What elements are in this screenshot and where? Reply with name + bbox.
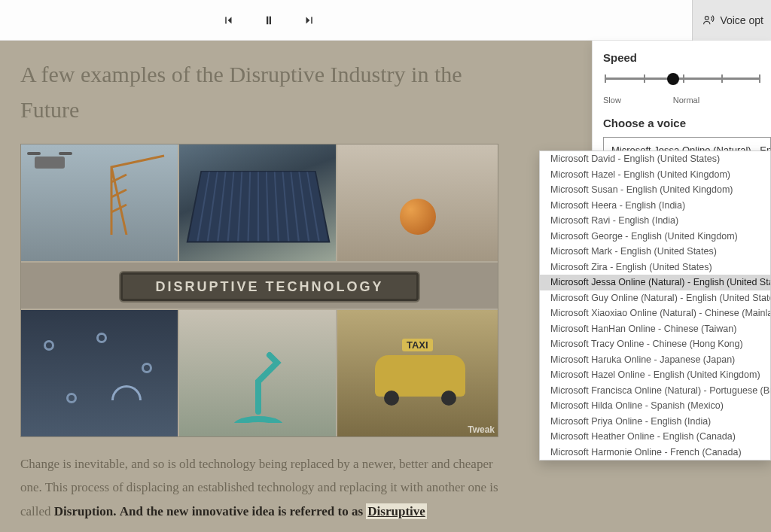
voice-option[interactable]: Microsoft Francisca Online (Natural) - P… xyxy=(540,383,770,399)
voice-option[interactable]: Microsoft Xiaoxiao Online (Natural) - Ch… xyxy=(540,306,770,321)
network-node-icon xyxy=(142,363,152,373)
taxi-sign-label: TAXI xyxy=(402,339,433,351)
person-voice-icon xyxy=(702,14,715,27)
article-paragraph: Change is inevitable, and so is old tech… xyxy=(20,452,517,523)
collage-tile-network xyxy=(21,310,179,437)
highlight-word-disruption: Disruption. xyxy=(54,504,117,518)
article-content: A few examples of the Disruptive Industr… xyxy=(20,57,517,523)
playback-controls xyxy=(218,0,319,41)
voice-options-label: Voice opt xyxy=(720,14,763,26)
reader-toolbar: Voice opt xyxy=(0,0,771,41)
choose-voice-label: Choose a voice xyxy=(603,117,771,129)
network-node-icon xyxy=(44,340,54,351)
article-heading: A few examples of the Disruptive Industr… xyxy=(20,57,517,127)
collage-tile-robot xyxy=(179,310,337,437)
svg-point-0 xyxy=(705,17,709,20)
current-reading-word: Disruptive xyxy=(366,503,427,519)
solar-panel-icon xyxy=(187,171,331,242)
voice-options-button[interactable]: Voice opt xyxy=(692,0,771,41)
voice-option[interactable]: Microsoft George - English (United Kingd… xyxy=(540,229,770,245)
voice-option[interactable]: Microsoft Jessa Online (Natural) - Engli… xyxy=(540,275,770,290)
speed-section-label: Speed xyxy=(603,51,771,64)
voice-option[interactable]: Microsoft Mark - English (United States) xyxy=(540,244,770,260)
voice-option[interactable]: Microsoft Priya Online - English (India) xyxy=(540,414,770,430)
next-button[interactable] xyxy=(300,11,319,30)
network-node-icon xyxy=(66,393,77,403)
voice-option[interactable]: Microsoft Susan - English (United Kingdo… xyxy=(540,182,770,198)
orange-sphere-icon xyxy=(400,199,436,235)
speed-slow-label: Slow xyxy=(603,96,621,105)
article-image-collage: DISRUPTIVE TECHNOLOGY TAXI Tweak xyxy=(20,144,498,437)
slider-thumb[interactable] xyxy=(667,73,679,85)
slider-tick xyxy=(605,74,606,83)
voice-option[interactable]: Microsoft Guy Online (Natural) - English… xyxy=(540,290,770,306)
voice-option[interactable]: Microsoft Hazel Online - English (United… xyxy=(540,367,770,383)
voice-option[interactable]: Microsoft Tracy Online - Chinese (Hong K… xyxy=(540,336,770,352)
voice-option[interactable]: Microsoft Heather Online - English (Cana… xyxy=(540,429,770,445)
voice-option[interactable]: Microsoft Heera - English (India) xyxy=(540,198,770,214)
voice-option[interactable]: Microsoft David - English (United States… xyxy=(540,151,770,167)
speed-scale-labels: Slow Normal xyxy=(603,96,760,105)
watermark-label: Tweak xyxy=(468,424,495,435)
slider-tick xyxy=(683,74,684,83)
collage-tile-solar xyxy=(179,144,337,261)
pause-icon xyxy=(262,14,276,27)
taxi-icon xyxy=(375,355,465,397)
collage-banner: DISRUPTIVE TECHNOLOGY xyxy=(119,271,420,302)
slider-tick xyxy=(644,74,645,83)
voice-option[interactable]: Microsoft Hazel - English (United Kingdo… xyxy=(540,167,770,183)
speed-slider[interactable] xyxy=(605,71,760,94)
collage-tile-taxi: TAXI Tweak xyxy=(337,310,498,437)
slider-tick xyxy=(721,74,723,83)
voice-option[interactable]: Microsoft HanHan Online - Chinese (Taiwa… xyxy=(540,321,770,337)
previous-button[interactable] xyxy=(218,11,238,30)
skip-next-icon xyxy=(303,14,316,27)
skip-previous-icon xyxy=(221,14,235,27)
collage-tile-construction xyxy=(21,144,179,261)
collage-tile-sphere xyxy=(337,144,498,261)
drone-icon xyxy=(35,157,65,169)
paragraph-text-mid: And the new innovative idea is referred … xyxy=(120,504,367,518)
voice-option[interactable]: Microsoft Harmonie Online - French (Cana… xyxy=(540,445,770,461)
voice-dropdown-list[interactable]: Microsoft David - English (United States… xyxy=(539,150,771,461)
crane-icon xyxy=(104,152,172,235)
pause-button[interactable] xyxy=(259,11,279,30)
robot-arm-icon xyxy=(224,340,292,423)
voice-option[interactable]: Microsoft Ravi - English (India) xyxy=(540,213,770,229)
voice-option[interactable]: Microsoft Haruka Online - Japanese (Japa… xyxy=(540,352,770,368)
network-node-icon xyxy=(96,333,107,343)
voice-option[interactable]: Microsoft Zira - English (United States) xyxy=(540,260,770,275)
speed-normal-label: Normal xyxy=(673,96,699,105)
wifi-icon xyxy=(111,385,142,400)
slider-tick xyxy=(759,74,760,83)
voice-option[interactable]: Microsoft Hilda Online - Spanish (Mexico… xyxy=(540,398,770,414)
